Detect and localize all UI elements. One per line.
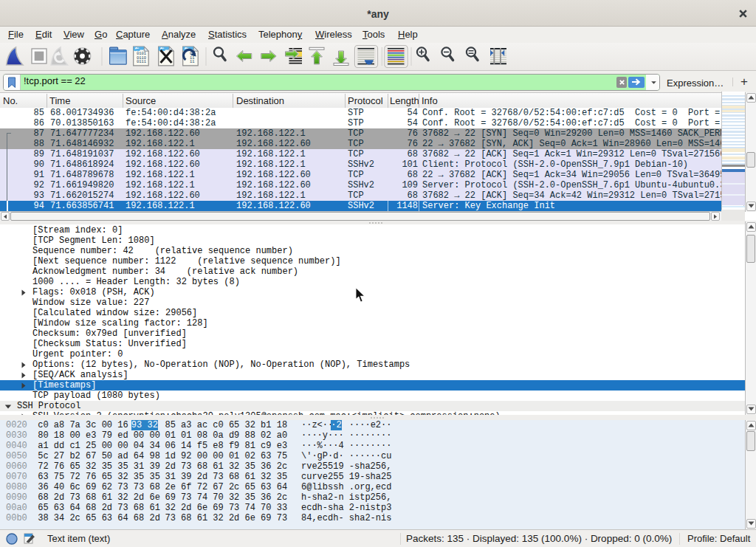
svg-text:0111: 0111 <box>137 60 146 64</box>
svg-text:11: 11 <box>190 60 194 64</box>
